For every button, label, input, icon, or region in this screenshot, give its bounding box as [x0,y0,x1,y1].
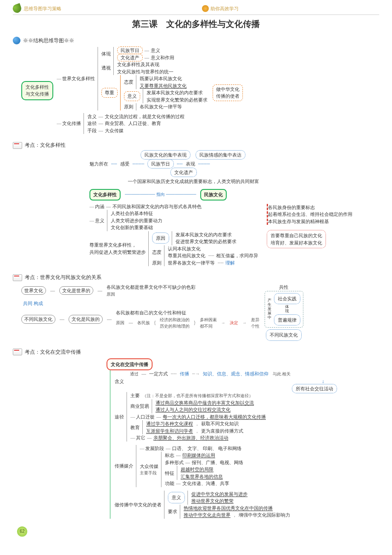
header-right-text: 助你高效学习 [210,6,239,12]
m1-a3c: 原则 [124,103,136,110]
m4-cm1a: 口语、 文字、 印刷、 电子和网络 [172,446,242,451]
section-p3-label: 考点：文化在交流中传播 [25,349,81,356]
m1-b3a: 大众传媒 [105,128,124,133]
m2-yi1: 人类社会的基本特征 [111,210,162,217]
m4-tj2: 人口迁徙 [136,414,155,419]
header-bar: 思维导图学习策略 助你高效学习 [13,4,379,15]
m4-tj2a: 每一次大的人口迁移，都意味着大规模的文化传播 [163,414,266,419]
m4-tj1: 商业贸易 [130,399,152,413]
m2-yi2: 人类文明进步的重要动力 [111,217,162,224]
m1-a1b2: 意义和作用 [151,55,174,60]
m2-midC: 民族节日 [147,159,174,169]
m4-tj4: 其它 [136,435,145,440]
m1-a1b: 文化遗产 [117,54,143,61]
m4-cm2c: 特征 [165,466,177,480]
section-p2-label: 考点：世界文化与民族文化的关系 [25,274,101,281]
m4-cm: 传播媒介 [115,445,136,487]
m2-lr1: 内涵 [95,204,104,209]
page-title: 第三课 文化的多样性与文化传播 [13,18,379,30]
m3-rbox-head: 共性 [279,284,288,291]
m2-right: 民族文化 [200,189,227,200]
m2-zj-td: 态度 [152,245,164,259]
m4-hy-t: 通过 [130,372,138,376]
m4-hy-d: 与此 相关 [273,372,291,376]
map1-root: 文化多样性 与文化传播 [21,81,53,100]
m3-dc: 决定 [230,320,238,326]
m4-sz2b2: 增强中华文化国际影响力 [239,512,290,517]
m3-wl-r0: 原因 [107,291,196,297]
m3-ml: 不同民族文化 [21,315,55,324]
m3-ml-r2b: 历史的和地理的 [160,323,190,329]
m2-r1: 各民族身份的重要标志 [268,204,352,211]
m3-ml-l: 文化是民族的 [69,315,103,324]
book-icon-3 [13,349,22,355]
m4-cm2b1: 报刊、广播、电视、网络 [192,460,243,465]
m4-cm2a1: 印刷媒体的运用 [182,453,215,458]
m1-b1: 含义 [87,114,97,119]
header-left: 思维导图学习策略 [24,6,61,12]
m4-hy-c: 知识、信息、观念、情感和信仰 [203,371,268,376]
m4-tj3a2: 获取不同文化知识 [201,421,239,426]
m3-ml-r1: 各民族都有自己的文化个性和特征 [116,309,259,317]
m2-midE: 文化遗产 [170,168,197,177]
m2-yi3: 文化创新的重要基础 [111,224,162,231]
section-structure: ※※结构思维导图※※ [13,37,379,44]
m4-tj1b: 通过人与人之间的交往过程交流文化 [156,406,254,413]
m3-rc: 普遍规律 [274,314,300,326]
mindmap-p3: 文化在交流中传播 含义 通过 — 一定方式 ┄┄ 传播 ┄→ 知识、信息、观念、… [13,358,379,519]
m4-cm2d1: 文化传递、沟通、共享 [182,481,229,486]
m3-wl: 世界文化 [21,286,46,295]
m2-zj-ry2: 促进世界文化繁荣的必然要求 [176,238,236,245]
m4-tj-main: 主要 [130,393,140,398]
m4-cm2d: 功能 [165,481,174,486]
mindmap-p1: 民族文化的集中表现 民族情感的集中表达 魅力所在 ┄┄ 感受 ┄┄┄┄ 民族节日… [13,151,379,266]
section-p3: 考点：文化在交流中传播 [13,349,379,356]
m3-link: 共同 构成 [21,300,259,307]
m2-zj-ry: 原因 [152,232,169,244]
globe-icon [13,37,20,44]
m2-yi: 意义 [89,210,107,231]
m4-sz2b: 推动中华文化走向世界 [184,512,231,517]
m1-a3a: 态度 [124,75,136,89]
header-right: 助你高效学习 [202,5,239,12]
m2-rel: 指向 [156,192,165,197]
m2-left: 文化多样性 [89,189,121,200]
m4-tj3b2: 更为直接的传播方式 [201,428,243,433]
m1-a1a: 民族节日 [117,46,143,54]
m3-wl-l: 文化是世界的 [59,286,93,295]
m1-a3: 尊重 [101,88,118,98]
m4-cm2a: 标志 [165,453,174,458]
m4-tj1a: 通过商品交换将商品中蕴含的丰富文化加以交流 [156,399,254,407]
page-number: 62 [17,526,27,537]
m4-tj: 途径 [115,392,127,442]
m4-cm2c1: 超越时空的局限 [181,466,223,473]
m4-tj-note: （注：不是全部，也不是所有传播都深度和平方式和途径） [142,393,253,398]
m4-root: 文化在交流中传播 [107,358,153,371]
m2-midB: 感受 [120,161,130,166]
m1-a2: 透视 [101,61,113,75]
m4-hy-e: 所有社会交往活动 [292,384,337,393]
m2-top2: 民族情感的集中表达 [196,150,245,160]
m2-zj-yz: 原则 [152,259,164,267]
m4-sz1: 意义 [168,492,185,503]
m4-cm2b: 多种形式 [165,460,184,465]
m1-b1a: 文化交流的过程，就是文化传播的过程 [105,114,184,119]
m2-desc: 一个国家和民族历史文化成就的重要标志，人类文明的共同财富 [128,179,259,184]
m3-ml-r0: 原因 [116,320,124,326]
mindmap-structure: 文化多样性 与文化传播 世界文化多样性 体现 民族节日—意义 文化遗产—意义和作… [13,47,379,134]
m2-zj-td2: 尊重其他民族文化 [168,253,205,258]
m1-a2b: 文化民族性与世界性的统一 [117,68,173,76]
m1-b2: 途径 [87,121,97,126]
m2-midD: 表现 [186,161,195,166]
m4-tj4a: 亲朋聚会、外出旅游、经济政治活动 [153,435,228,440]
book-icon-2 [13,274,22,281]
m2-r3: 本民族生存与发展的精神根基 [268,218,352,225]
m4-cm1: 发展阶段 [145,446,164,451]
map1-branch-b: 文化传播 [57,113,84,134]
leaf-icon [12,3,23,14]
m4-sz2: 要求 [168,505,180,519]
m1-a1: 体现 [101,47,113,61]
m3-rd: 不同民族文化 [266,329,302,341]
m1-b2a: 商业贸易、人口迁徙、教育 [105,121,161,126]
m4-tj3b: 互派留学生和访问学者 [146,428,193,433]
